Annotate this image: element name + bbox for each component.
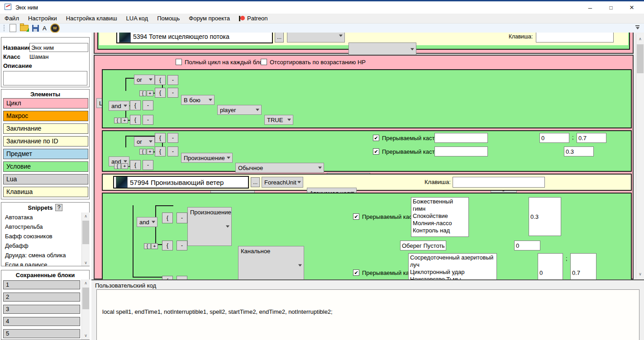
snippet-item[interactable]: Если в радиусе: [5, 261, 47, 266]
list-item[interactable]: Божественный гимн: [413, 198, 467, 212]
brace-small-button[interactable]: {: [114, 118, 121, 123]
cond-value-select[interactable]: TRUE: [264, 115, 293, 125]
filter-input[interactable]: [434, 146, 488, 156]
wow-icon[interactable]: W: [50, 24, 60, 33]
scroll-down-icon[interactable]: ∨: [82, 332, 90, 339]
spell-button[interactable]: 5394 Тотем исцеляющего потока: [116, 33, 273, 43]
snippet-item[interactable]: Автоатака: [5, 214, 33, 221]
open-brace-button[interactable]: {: [155, 146, 166, 156]
remove-button[interactable]: -: [177, 241, 187, 250]
cond-type-select[interactable]: Произношение: [181, 153, 233, 163]
saved-block-1[interactable]: 1: [3, 280, 80, 289]
open-file-icon[interactable]: [20, 25, 29, 31]
maximize-button[interactable]: □: [601, 1, 621, 14]
save-icon[interactable]: [32, 25, 39, 32]
list-item[interactable]: Контроль над разумом: [413, 227, 467, 237]
open-brace-button[interactable]: {: [162, 241, 173, 250]
open-brace-button[interactable]: {: [130, 100, 141, 110]
saved-blocks-scrollbar[interactable]: ∧ ∨: [81, 279, 90, 340]
key-input[interactable]: [536, 33, 614, 42]
scroll-thumb[interactable]: [82, 221, 89, 244]
buff-name-input[interactable]: [400, 241, 446, 250]
remove-button[interactable]: -: [167, 146, 178, 156]
menu-patreon[interactable]: Patreon: [234, 14, 272, 23]
interruptible-checkbox[interactable]: ✔: [373, 148, 379, 155]
spell-more-button[interactable]: ...: [251, 177, 260, 187]
snippets-help-button[interactable]: ?: [55, 204, 62, 211]
open-brace-button[interactable]: {: [155, 88, 166, 98]
minimize-button[interactable]: –: [580, 1, 601, 14]
snippets-scrollbar[interactable]: ∧ ∨: [81, 212, 90, 266]
remove-button[interactable]: -: [177, 212, 187, 223]
logic-op-and[interactable]: and: [137, 217, 157, 227]
unit-select[interactable]: ForeachUnit: [262, 177, 303, 188]
scroll-down-icon[interactable]: ∨: [636, 270, 644, 277]
scroll-up-icon[interactable]: ∧: [636, 35, 644, 42]
remove-button[interactable]: -: [167, 88, 178, 98]
cond-type-select[interactable]: Произношение: [187, 207, 232, 246]
workspace-scrollbar[interactable]: ∧ ∨: [636, 34, 644, 279]
saved-block-2[interactable]: 2: [3, 293, 80, 302]
open-brace-button[interactable]: {: [155, 75, 166, 85]
snippet-item[interactable]: Бафф союзников: [5, 233, 52, 240]
add-button[interactable]: +: [151, 243, 158, 249]
brace-small-button[interactable]: {: [144, 243, 151, 249]
cond-unit-select[interactable]: player: [217, 105, 262, 115]
top-row-dropdown[interactable]: [287, 33, 345, 42]
scroll-up-icon[interactable]: ∧: [82, 279, 90, 286]
full-cycle-checkbox[interactable]: [176, 59, 182, 65]
add-button[interactable]: +: [147, 90, 153, 96]
scroll-up-icon[interactable]: ∧: [82, 212, 90, 219]
list-item[interactable]: Циклотронный удар: [410, 269, 495, 276]
user-code-editor[interactable]: local spell1, endTime1, notInterruptible…: [96, 289, 639, 340]
menu-lua-code[interactable]: LUA код: [122, 14, 153, 23]
add-button[interactable]: +: [121, 163, 128, 169]
element-condition[interactable]: Условие: [3, 161, 88, 172]
constant-input[interactable]: [514, 241, 540, 250]
element-spell-by-id[interactable]: Заклинание по ID: [3, 136, 88, 146]
element-macro[interactable]: Макрос: [3, 111, 88, 121]
constant-input[interactable]: [529, 197, 561, 236]
saved-block-3[interactable]: 3: [3, 305, 80, 314]
interruptible-checkbox[interactable]: ✔: [353, 269, 359, 276]
cast-kind-select[interactable]: Обычное: [235, 163, 324, 173]
remove-button[interactable]: -: [167, 133, 178, 143]
menu-key-settings[interactable]: Настройка клавиш: [62, 14, 122, 23]
key-input[interactable]: [453, 177, 545, 188]
saved-block-4[interactable]: 4: [3, 317, 80, 326]
addon-a-button[interactable]: A: [43, 25, 47, 32]
description-textarea[interactable]: [3, 71, 87, 85]
remove-button[interactable]: -: [143, 115, 153, 125]
interruptible-checkbox[interactable]: ✔: [353, 213, 359, 220]
brace-small-button[interactable]: {: [139, 149, 146, 155]
snippet-item[interactable]: Дебафф: [5, 242, 29, 249]
add-button[interactable]: +: [121, 118, 128, 123]
spell-list[interactable]: Божественный гимн Спокойствие Молния-лас…: [411, 197, 469, 237]
scroll-down-icon[interactable]: ∨: [82, 259, 90, 266]
top-row-dropdown[interactable]: [348, 42, 416, 56]
open-brace-button[interactable]: {: [155, 133, 166, 143]
element-lua[interactable]: Lua: [3, 174, 88, 184]
element-cycle[interactable]: Цикл: [3, 98, 88, 109]
toolbar-overflow-button[interactable]: [635, 25, 639, 29]
logic-op-or[interactable]: or: [134, 75, 155, 85]
constant-input[interactable]: [564, 146, 594, 156]
menu-forum[interactable]: Форум проекта: [184, 14, 234, 23]
filter-input[interactable]: [434, 133, 488, 143]
menu-help[interactable]: Помощь: [153, 14, 184, 23]
menu-file[interactable]: Файл: [0, 14, 24, 23]
add-button[interactable]: +: [147, 149, 153, 155]
element-key[interactable]: Клавиша: [3, 187, 88, 197]
open-brace-button[interactable]: {: [162, 212, 173, 223]
menu-settings[interactable]: Настройки: [24, 14, 62, 23]
snippet-item[interactable]: Друида: смена облика: [5, 252, 66, 259]
scroll-thumb[interactable]: [82, 288, 89, 309]
list-item[interactable]: Молния-лассо: [413, 220, 467, 227]
scroll-thumb[interactable]: [637, 44, 644, 73]
element-item[interactable]: Предмет: [3, 149, 88, 159]
name-input[interactable]: [29, 43, 88, 52]
logic-op-and[interactable]: and: [109, 101, 129, 111]
element-spell[interactable]: Заклинание: [3, 123, 88, 134]
open-brace-button[interactable]: {: [130, 160, 141, 170]
range-min-input[interactable]: [539, 133, 569, 143]
